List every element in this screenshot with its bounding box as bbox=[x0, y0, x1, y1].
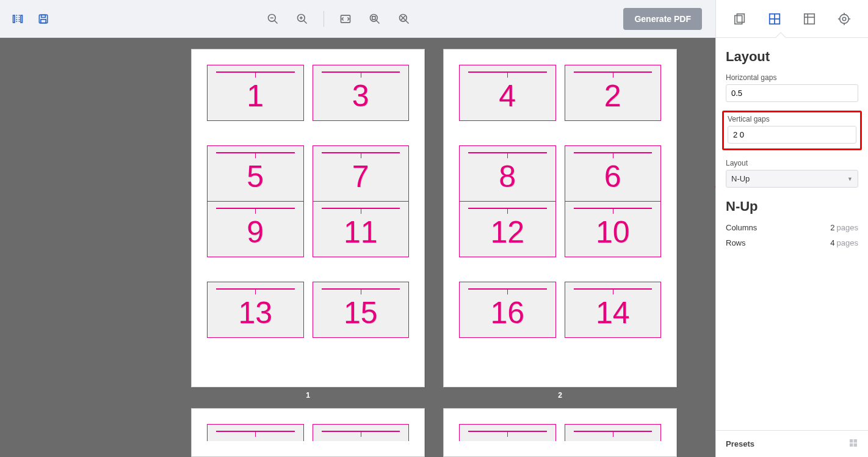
presets-label: Presets bbox=[726, 439, 754, 448]
svg-line-12 bbox=[377, 20, 380, 23]
tab-marks-icon[interactable] bbox=[797, 7, 822, 31]
svg-point-30 bbox=[840, 14, 849, 23]
tab-pages-icon[interactable] bbox=[728, 7, 752, 31]
cell-number: 7 bbox=[352, 161, 369, 192]
hgaps-label: Horizontal gaps bbox=[726, 73, 858, 82]
cell-number: 16 bbox=[490, 298, 524, 328]
imposition-cell: 1 bbox=[207, 65, 304, 121]
save-icon[interactable] bbox=[33, 9, 54, 29]
cell-number: 1 bbox=[247, 81, 264, 111]
sheet-label: 1 bbox=[306, 391, 310, 400]
zoom-fit-icon[interactable] bbox=[394, 9, 414, 29]
svg-rect-27 bbox=[805, 13, 815, 24]
nup-columns-value: 2 bbox=[830, 223, 834, 232]
sidebar: Layout Horizontal gaps Vertical gaps Lay… bbox=[715, 0, 868, 457]
nup-columns-label: Columns bbox=[726, 223, 757, 232]
nup-rows-row: Rows 4pages bbox=[726, 238, 858, 247]
presets-grid-icon bbox=[848, 438, 858, 450]
svg-point-11 bbox=[371, 14, 378, 21]
cell-number: 2 bbox=[604, 81, 621, 111]
vgaps-input[interactable] bbox=[728, 126, 856, 144]
imposition-cell: 6 bbox=[565, 145, 662, 202]
imposition-cell: 13 bbox=[207, 282, 304, 338]
cell-number: 15 bbox=[344, 298, 378, 328]
sheet: 13579111315 bbox=[191, 49, 425, 387]
layout-select-value: N-Up bbox=[731, 174, 750, 183]
column-icon[interactable] bbox=[7, 9, 28, 29]
cell-number: 4 bbox=[499, 81, 516, 111]
imposition-cell: 3 bbox=[313, 65, 410, 121]
chevron-down-icon: ▼ bbox=[847, 176, 853, 182]
sheet-next-preview bbox=[191, 408, 425, 457]
svg-line-4 bbox=[275, 20, 278, 23]
imposition-cell: 9 bbox=[207, 201, 304, 257]
imposition-cell: 5 bbox=[207, 145, 304, 202]
layout-label: Layout bbox=[726, 159, 858, 167]
sidebar-tabs bbox=[716, 0, 868, 38]
imposition-cell: 7 bbox=[313, 145, 410, 202]
nup-columns-row: Columns 2pages bbox=[726, 223, 858, 232]
cell-number: 12 bbox=[490, 217, 524, 247]
imposition-cell: 4 bbox=[459, 65, 556, 121]
imposition-cell: 15 bbox=[313, 282, 410, 338]
svg-rect-36 bbox=[850, 439, 853, 442]
zoom-out-icon[interactable] bbox=[262, 9, 283, 29]
zoom-actual-icon[interactable] bbox=[364, 9, 385, 29]
nup-rows-value: 4 bbox=[830, 238, 834, 247]
cell-number: 11 bbox=[344, 217, 378, 247]
generate-pdf-button[interactable]: Generate PDF bbox=[623, 8, 702, 30]
sheet: 428612101614 bbox=[443, 49, 677, 387]
presets-bar[interactable]: Presets bbox=[716, 430, 868, 457]
zoom-in-icon[interactable] bbox=[292, 9, 313, 29]
sheet-label: 2 bbox=[558, 391, 562, 400]
toolbar-separator bbox=[324, 11, 324, 27]
sheet-next-preview bbox=[443, 408, 677, 457]
imposition-cell: 14 bbox=[565, 282, 662, 338]
panel-title: Layout bbox=[726, 49, 858, 65]
nup-columns-unit: pages bbox=[837, 223, 858, 232]
cell-number: 8 bbox=[499, 161, 516, 192]
vgaps-highlight: Vertical gaps bbox=[722, 111, 862, 150]
imposition-cell: 12 bbox=[459, 201, 556, 257]
cell-number: 13 bbox=[238, 298, 272, 328]
vgaps-label: Vertical gaps bbox=[728, 115, 856, 123]
svg-rect-1 bbox=[42, 15, 46, 17]
hgaps-input[interactable] bbox=[726, 84, 858, 102]
svg-rect-39 bbox=[854, 444, 857, 447]
imposition-cell: 8 bbox=[459, 145, 556, 202]
imposition-cell: 16 bbox=[459, 282, 556, 338]
svg-rect-2 bbox=[41, 19, 46, 23]
nup-title: N-Up bbox=[726, 199, 858, 214]
svg-line-7 bbox=[304, 20, 307, 23]
cell-number: 5 bbox=[247, 161, 264, 192]
imposition-cell: 11 bbox=[313, 201, 410, 257]
imposition-cell: 2 bbox=[565, 65, 662, 121]
cell-number: 10 bbox=[596, 217, 630, 247]
nup-rows-unit: pages bbox=[837, 238, 858, 247]
svg-rect-13 bbox=[372, 16, 375, 19]
fit-width-icon[interactable] bbox=[335, 9, 356, 29]
svg-rect-38 bbox=[850, 444, 853, 447]
tab-layout-icon[interactable] bbox=[762, 7, 787, 31]
svg-rect-37 bbox=[854, 439, 857, 442]
cell-number: 3 bbox=[352, 81, 369, 111]
cell-number: 9 bbox=[247, 217, 264, 247]
layout-select[interactable]: N-Up ▼ bbox=[726, 170, 858, 188]
svg-point-31 bbox=[843, 17, 847, 21]
cell-number: 6 bbox=[604, 161, 621, 192]
svg-line-15 bbox=[406, 20, 409, 23]
cell-number: 14 bbox=[596, 298, 630, 328]
imposition-cell: 10 bbox=[565, 201, 662, 257]
nup-rows-label: Rows bbox=[726, 238, 746, 247]
tab-registration-icon[interactable] bbox=[832, 7, 856, 31]
